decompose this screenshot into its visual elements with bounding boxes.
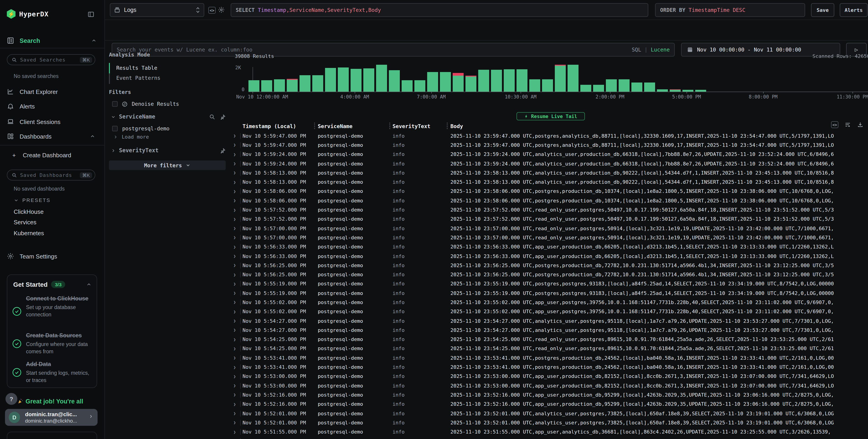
table-row[interactable]: ❯ Nov 10 5:59:24.000 PM postgresql-demo … (105, 150, 868, 159)
histogram-bar[interactable] (580, 85, 591, 92)
query-language-toggle[interactable]: SQL | Lucene (631, 46, 670, 53)
code-view-button[interactable]: <> (208, 7, 216, 14)
row-expand-chevron-icon[interactable]: ❯ (234, 393, 236, 397)
chevron-up-icon[interactable] (86, 282, 92, 287)
histogram-bar[interactable] (300, 75, 310, 92)
row-expand-chevron-icon[interactable]: ❯ (234, 180, 236, 184)
histogram-bar[interactable] (695, 90, 706, 92)
histogram-bar[interactable] (274, 80, 285, 92)
row-expand-chevron-icon[interactable]: ❯ (234, 383, 236, 388)
denoise-checkbox[interactable] (112, 101, 118, 107)
alerts-button[interactable]: Alerts (840, 3, 868, 17)
row-expand-chevron-icon[interactable]: ❯ (234, 263, 236, 268)
histogram-bar[interactable] (529, 80, 540, 92)
histogram-bar[interactable] (248, 80, 259, 92)
histogram-bar[interactable] (606, 80, 617, 92)
histogram-bar[interactable] (478, 70, 489, 92)
row-expand-chevron-icon[interactable]: ❯ (234, 319, 236, 323)
table-row[interactable]: ❯ Nov 10 5:58:06.000 PM postgresql-demo … (105, 196, 868, 206)
row-expand-chevron-icon[interactable]: ❯ (234, 300, 236, 305)
histogram-bar[interactable] (376, 65, 387, 92)
histogram-bar[interactable] (504, 69, 515, 92)
sidebar-item-client-sessions[interactable]: Client Sessions (7, 118, 95, 125)
histogram-bar[interactable] (427, 72, 438, 92)
lucene-toggle[interactable]: Lucene (651, 46, 670, 53)
table-row[interactable]: ❯ Nov 10 5:59:24.000 PM postgresql-demo … (105, 159, 868, 168)
table-row[interactable]: ❯ Nov 10 5:52:01.000 PM postgresql-demo … (105, 409, 868, 418)
row-expand-chevron-icon[interactable]: ❯ (234, 272, 236, 277)
column-resize-handle[interactable] (389, 123, 390, 129)
table-row[interactable]: ❯ Nov 10 5:54:27.000 PM postgresql-demo … (105, 316, 868, 326)
row-expand-chevron-icon[interactable]: ❯ (234, 189, 236, 194)
histogram-bar[interactable] (338, 67, 349, 92)
row-expand-chevron-icon[interactable]: ❯ (234, 171, 236, 175)
table-row[interactable]: ❯ Nov 10 5:58:06.000 PM postgresql-demo … (105, 187, 868, 196)
row-expand-chevron-icon[interactable]: ❯ (234, 420, 236, 425)
histogram-bar[interactable] (555, 65, 566, 92)
gear-icon[interactable] (218, 6, 225, 13)
row-expand-chevron-icon[interactable]: ❯ (234, 143, 236, 148)
wrap-lines-icon[interactable] (844, 122, 851, 128)
table-row[interactable]: ❯ Nov 10 5:54:25.000 PM postgresql-demo … (105, 344, 868, 353)
row-expand-chevron-icon[interactable]: ❯ (234, 328, 236, 333)
col-header-timestamp[interactable]: Timestamp (Local) (243, 123, 296, 129)
expand-code-icon[interactable]: <> (831, 121, 838, 128)
chevron-up-icon[interactable] (90, 133, 95, 139)
sql-toggle[interactable]: SQL (631, 46, 641, 53)
sidebar-item-alerts[interactable]: Alerts (7, 102, 95, 110)
histogram-bar[interactable] (619, 80, 629, 92)
table-row[interactable]: ❯ Nov 10 5:52:16.000 PM postgresql-demo … (105, 400, 868, 409)
histogram-bar[interactable] (670, 89, 681, 92)
histogram-bar[interactable] (542, 80, 553, 92)
sidebar-item-dashboards[interactable]: Dashboards (7, 133, 95, 140)
table-row[interactable]: ❯ Nov 10 5:55:19.000 PM postgresql-demo … (105, 288, 868, 298)
filter-group-header[interactable]: ServiceName (111, 114, 226, 120)
col-header-servicename[interactable]: ServiceName (318, 123, 352, 129)
order-by-input[interactable]: ORDER BY TimestampTime DESC (655, 3, 805, 17)
row-expand-chevron-icon[interactable]: ❯ (234, 374, 236, 379)
histogram-bar[interactable] (644, 83, 655, 92)
user-menu[interactable]: D dominic.tran@clic... dominic.tran@clic… (5, 409, 98, 426)
table-row[interactable]: ❯ Nov 10 5:51:55.000 PM postgresql-demo … (105, 427, 868, 437)
col-header-body[interactable]: Body (451, 123, 463, 129)
chevron-up-icon[interactable] (91, 38, 97, 43)
presets-toggle[interactable]: PRESETS (14, 197, 51, 203)
histogram-bar[interactable] (389, 70, 400, 92)
table-row[interactable]: ❯ Nov 10 5:54:25.000 PM postgresql-demo … (105, 335, 868, 344)
table-row[interactable]: ❯ Nov 10 5:52:01.000 PM postgresql-demo … (105, 418, 868, 427)
preset-clickhouse[interactable]: ClickHouse (14, 208, 44, 215)
table-row[interactable]: ❯ Nov 10 5:53:00.000 PM postgresql-demo … (105, 372, 868, 381)
row-expand-chevron-icon[interactable]: ❯ (234, 337, 236, 342)
histogram-bar[interactable] (682, 90, 693, 92)
sidebar-item-chart-explorer[interactable]: Chart Explorer (7, 88, 95, 95)
table-row[interactable]: ❯ Nov 10 5:57:00.000 PM postgresql-demo … (105, 224, 868, 233)
row-expand-chevron-icon[interactable]: ❯ (234, 198, 236, 203)
histogram-bar[interactable] (567, 65, 579, 92)
row-expand-chevron-icon[interactable]: ❯ (234, 208, 236, 212)
histogram-bar[interactable] (363, 68, 374, 92)
select-columns-input[interactable]: SELECT Timestamp,ServiceName,SeverityTex… (231, 3, 648, 17)
preset-kubernetes[interactable]: Kubernetes (14, 230, 44, 237)
row-expand-chevron-icon[interactable]: ❯ (234, 310, 236, 314)
table-row[interactable]: ❯ Nov 10 5:57:00.000 PM postgresql-demo … (105, 233, 868, 243)
sidebar-item-team-settings[interactable]: Team Settings (7, 253, 57, 260)
pin-icon[interactable] (220, 114, 226, 120)
histogram-bar[interactable] (657, 89, 668, 92)
row-expand-chevron-icon[interactable]: ❯ (234, 161, 236, 166)
row-expand-chevron-icon[interactable]: ❯ (234, 291, 236, 295)
table-row[interactable]: ❯ Nov 10 5:57:52.000 PM postgresql-demo … (105, 206, 868, 215)
table-row[interactable]: ❯ Nov 10 5:54:27.000 PM postgresql-demo … (105, 325, 868, 335)
table-row[interactable]: ❯ Nov 10 5:53:00.000 PM postgresql-demo … (105, 381, 868, 390)
event-histogram[interactable] (105, 64, 868, 92)
row-expand-chevron-icon[interactable]: ❯ (234, 411, 236, 416)
histogram-bar[interactable] (287, 79, 298, 92)
histogram-bar[interactable] (453, 73, 464, 92)
table-row[interactable]: ❯ Nov 10 5:53:41.000 PM postgresql-demo … (105, 363, 868, 372)
histogram-bar[interactable] (517, 69, 527, 92)
row-expand-chevron-icon[interactable]: ❯ (234, 217, 236, 222)
column-resize-handle[interactable] (314, 123, 315, 129)
save-button[interactable]: Save (811, 3, 834, 17)
row-expand-chevron-icon[interactable]: ❯ (234, 356, 236, 360)
column-resize-handle[interactable] (447, 123, 448, 129)
saved-dashboards-input[interactable]: Saved Dashboards ⌘K (7, 169, 95, 181)
